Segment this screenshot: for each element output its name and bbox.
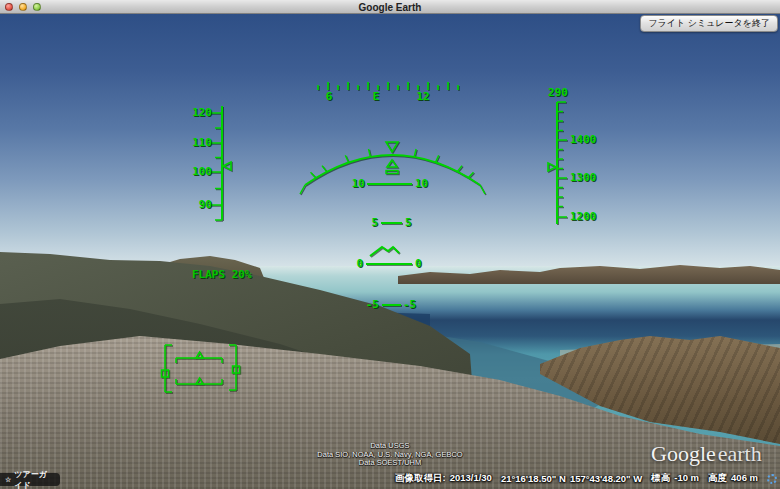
imagery-date-label: 画像取得日: xyxy=(395,472,446,485)
elevation-label: 標高 xyxy=(651,472,670,485)
altitude-tape xyxy=(548,102,567,224)
speed-pointer-icon xyxy=(223,162,231,170)
flight-path-marker-icon xyxy=(370,247,399,256)
speed-label-90: 90 xyxy=(174,199,212,211)
hud-overlay xyxy=(0,14,780,489)
speed-label-100: 100 xyxy=(174,166,212,178)
longitude-value: 157°43'48.20" W xyxy=(570,473,642,484)
logo-product: earth xyxy=(718,441,762,466)
slip-indicator-icon xyxy=(387,160,397,167)
heading-tape xyxy=(318,82,458,90)
pitch-0-right: 0 xyxy=(415,258,429,270)
window-title: Google Earth xyxy=(0,1,780,14)
logo-brand: Google xyxy=(651,441,716,466)
tour-guide-tab[interactable]: ☆ ツアーガイド xyxy=(0,473,60,486)
pitch-10-left: 10 xyxy=(347,178,365,190)
title-bar[interactable]: Google Earth xyxy=(0,0,780,14)
pitch-m5-left: -5 xyxy=(357,299,379,311)
latitude-value: 21°16'18.50" N xyxy=(501,473,566,484)
altitude-top-value: 290 xyxy=(538,87,578,99)
roll-indicator xyxy=(300,142,485,194)
ils-guidance xyxy=(162,345,240,392)
altitude-pointer-icon xyxy=(548,163,556,171)
pitch-10-right: 10 xyxy=(415,178,433,190)
pitch-ladder xyxy=(366,184,412,305)
streaming-progress-icon xyxy=(767,474,777,484)
eye-altitude-value: 406 m xyxy=(731,472,758,485)
slip-bar-icon xyxy=(386,171,398,174)
speed-label-110: 110 xyxy=(174,137,212,149)
pitch-0-left: 0 xyxy=(349,258,363,270)
pitch-m5-right: -5 xyxy=(403,299,425,311)
heading-label-12: 12 xyxy=(413,91,433,103)
speed-tape xyxy=(210,106,231,220)
google-earth-logo: Googleearth xyxy=(651,441,762,467)
tour-guide-icon: ☆ xyxy=(5,476,11,484)
heading-label-e: E xyxy=(366,91,386,103)
roll-pointer-icon xyxy=(386,142,398,152)
earth-3d-viewport[interactable]: 120 110 100 90 290 1400 1300 1200 6 E 12… xyxy=(0,14,780,489)
pitch-5-right: 5 xyxy=(405,217,419,229)
speed-label-120: 120 xyxy=(174,107,212,119)
google-earth-window: Google Earth xyxy=(0,0,780,489)
altitude-label-1300: 1300 xyxy=(570,172,610,184)
exit-flight-simulator-button[interactable]: フライト シミュレータを終了 xyxy=(640,15,778,32)
status-bar: 画像取得日: 2013/1/30 21°16'18.50" N 157°43'4… xyxy=(395,472,777,485)
altitude-label-1200: 1200 xyxy=(570,211,610,223)
pitch-5-left: 5 xyxy=(364,217,378,229)
elevation-value: -10 m xyxy=(674,472,699,485)
altitude-label-1400: 1400 xyxy=(570,134,610,146)
flaps-status: FLAPS 20% xyxy=(192,268,252,281)
imagery-date-value: 2013/1/30 xyxy=(450,472,492,485)
eye-altitude-label: 高度 xyxy=(708,472,727,485)
tour-guide-label: ツアーガイド xyxy=(14,469,55,489)
heading-label-6: 6 xyxy=(319,91,339,103)
